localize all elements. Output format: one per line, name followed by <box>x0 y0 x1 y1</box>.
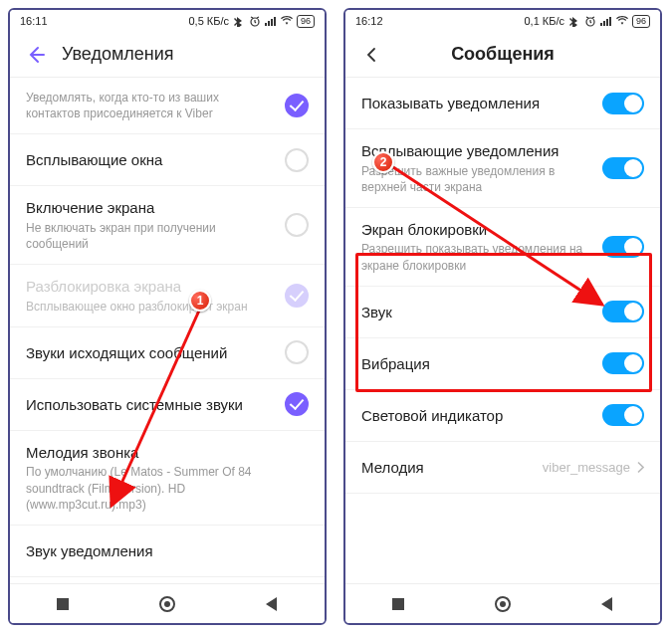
row-value: viber_message <box>543 460 644 475</box>
status-bar: 16:11 0,5 КБ/с 96 <box>10 10 325 32</box>
toggle-on-icon[interactable] <box>602 301 644 322</box>
svg-rect-12 <box>606 19 608 26</box>
row-sound[interactable]: Звук <box>345 287 660 338</box>
row-contact-joined[interactable]: Уведомлять, когда кто-то из ваших контак… <box>10 78 325 134</box>
checkbox-checked-icon[interactable] <box>285 392 309 416</box>
row-vibration[interactable]: Вибрация <box>345 338 660 390</box>
toggle-on-icon[interactable] <box>602 157 644 179</box>
svg-rect-1 <box>265 23 267 26</box>
svg-point-7 <box>164 601 170 607</box>
row-sub: Всплывающее окно разблокирует экран <box>26 299 265 315</box>
battery-icon: 96 <box>297 15 315 28</box>
settings-list: Уведомлять, когда кто-то из ваших контак… <box>10 78 325 625</box>
svg-rect-5 <box>57 598 69 610</box>
row-label: Всплывающие окна <box>26 150 265 170</box>
row-label: Вибрация <box>361 354 600 374</box>
svg-rect-4 <box>274 17 276 26</box>
row-heads-up[interactable]: Всплывающие уведомления Разрешить важные… <box>345 129 660 208</box>
row-label: Показывать уведомления <box>361 94 600 113</box>
checkbox-checked-icon[interactable] <box>285 94 309 117</box>
row-label: Звук <box>361 303 600 322</box>
row-led[interactable]: Световой индикатор <box>345 390 660 442</box>
callout-2: 2 <box>372 151 394 173</box>
nav-recent-icon[interactable] <box>388 594 408 614</box>
toggle-on-icon[interactable] <box>602 404 644 426</box>
checkbox-unchecked-icon[interactable] <box>285 148 309 172</box>
row-popups[interactable]: Всплывающие окна <box>10 134 325 186</box>
nav-bar <box>345 583 660 623</box>
battery-icon: 96 <box>632 15 650 28</box>
phone-right: 16:12 0,1 КБ/с 96 Сообщения По <box>343 8 662 625</box>
nav-bar <box>10 583 325 623</box>
row-sub: Уведомлять, когда кто-то из ваших контак… <box>26 90 265 121</box>
status-net: 0,1 КБ/с <box>524 15 564 27</box>
bluetooth-icon <box>233 15 245 27</box>
svg-rect-11 <box>603 21 605 26</box>
bluetooth-icon <box>568 15 580 27</box>
row-show-notifications[interactable]: Показывать уведомления <box>345 78 660 129</box>
toggle-on-icon[interactable] <box>602 352 644 374</box>
phone-left: 16:11 0,5 КБ/с 96 Уведомления <box>8 8 327 625</box>
row-label: Разблокировка экрана <box>26 277 265 297</box>
svg-rect-13 <box>609 17 611 26</box>
svg-rect-3 <box>271 19 273 26</box>
wifi-icon <box>616 15 628 27</box>
row-label: Звук уведомления <box>26 541 265 561</box>
svg-rect-10 <box>600 23 602 26</box>
status-time: 16:11 <box>20 15 48 27</box>
signal-icon <box>600 15 612 27</box>
checkbox-unchecked-icon[interactable] <box>285 340 309 364</box>
checkbox-unchecked-icon[interactable] <box>285 213 309 237</box>
toggle-on-icon[interactable] <box>602 93 644 114</box>
row-melody[interactable]: Мелодия viber_message <box>345 442 660 494</box>
nav-back-icon[interactable] <box>597 594 617 614</box>
row-sub: Разрешить показывать уведомления на экра… <box>361 241 600 273</box>
alarm-icon <box>584 15 596 27</box>
signal-icon <box>265 15 277 27</box>
toggle-on-icon[interactable] <box>602 236 644 258</box>
status-right: 0,5 КБ/с 96 <box>188 15 315 28</box>
row-label: Экран блокировки <box>361 220 600 240</box>
page-title: Сообщения <box>359 44 646 65</box>
row-sub: Разрешить важные уведомления в верхней ч… <box>361 163 600 195</box>
back-icon[interactable] <box>359 43 383 67</box>
row-notif-sound[interactable]: Звук уведомления <box>10 526 325 577</box>
nav-home-icon[interactable] <box>157 594 177 614</box>
row-label: Включение экрана <box>26 198 265 218</box>
row-sub: Не включать экран при получении сообщени… <box>26 220 265 252</box>
svg-rect-14 <box>392 598 404 610</box>
checkbox-disabled-icon <box>285 284 309 308</box>
row-system-sounds[interactable]: Использовать системные звуки <box>10 379 325 431</box>
nav-recent-icon[interactable] <box>53 594 73 614</box>
row-label: Звуки исходящих сообщений <box>26 343 265 363</box>
back-icon[interactable] <box>24 43 48 67</box>
row-label: Всплывающие уведомления <box>361 141 600 161</box>
page-title: Уведомления <box>62 44 174 65</box>
chevron-right-icon <box>636 461 644 473</box>
row-screen-on[interactable]: Включение экрана Не включать экран при п… <box>10 186 325 265</box>
alarm-icon <box>249 15 261 27</box>
row-ringtone[interactable]: Мелодия звонка По умолчанию (Le Matos - … <box>10 431 325 526</box>
callout-1: 1 <box>189 290 211 312</box>
row-sub: По умолчанию (Le Matos - Summer Of 84 so… <box>26 464 265 513</box>
status-right: 0,1 КБ/с 96 <box>524 15 650 28</box>
row-lock-screen[interactable]: Экран блокировки Разрешить показывать ув… <box>345 208 660 287</box>
row-label: Мелодия звонка <box>26 443 265 463</box>
header: Сообщения <box>345 32 660 78</box>
svg-rect-2 <box>268 21 270 26</box>
status-net: 0,5 КБ/с <box>188 15 229 27</box>
status-bar: 16:12 0,1 КБ/с 96 <box>345 10 660 32</box>
row-label <box>26 84 265 88</box>
row-label: Использовать системные звуки <box>26 395 265 415</box>
status-time: 16:12 <box>355 15 383 27</box>
svg-point-16 <box>500 601 506 607</box>
nav-back-icon[interactable] <box>262 594 282 614</box>
settings-list: Показывать уведомления Всплывающие уведо… <box>345 78 660 494</box>
wifi-icon <box>281 15 293 27</box>
row-label: Световой индикатор <box>361 406 600 426</box>
row-outgoing-sounds[interactable]: Звуки исходящих сообщений <box>10 327 325 379</box>
nav-home-icon[interactable] <box>493 594 513 614</box>
row-unlock: Разблокировка экрана Всплывающее окно ра… <box>10 265 325 327</box>
header: Уведомления <box>10 32 325 78</box>
